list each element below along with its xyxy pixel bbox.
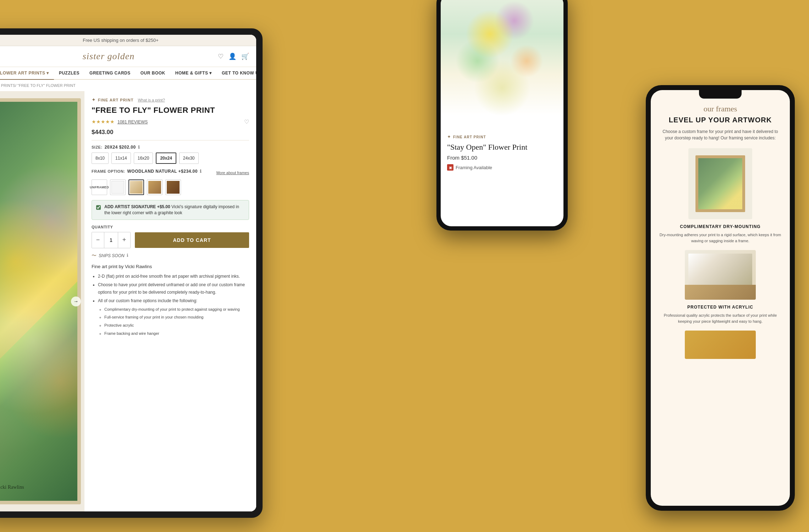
reviews-row: ★★★★★ 1081 REVIEWS ♡ xyxy=(92,118,249,125)
quantity-label: QUANTITY xyxy=(92,225,249,229)
frame-selected-label: WOODLAND NATURAL +$234.00 xyxy=(127,169,198,174)
size-24x30[interactable]: 24x30 xyxy=(179,153,199,164)
star-rating: ★★★★★ xyxy=(92,119,115,125)
announcement-text: Free US shipping on orders of $250+ xyxy=(83,38,159,43)
announcement-bar: Free US shipping on orders of $250+ xyxy=(0,35,256,46)
review-count[interactable]: 1081 REVIEWS xyxy=(117,120,148,124)
more-frames-link[interactable]: More about frames xyxy=(216,171,249,175)
phone2-frame-art xyxy=(698,158,742,209)
print-badge-text: FINE ART PRINT xyxy=(98,98,133,102)
phone1-framing-text: Framing Available xyxy=(456,165,492,170)
signature-checkbox[interactable] xyxy=(96,205,101,210)
tablet-screen: Free US shipping on orders of $250+ 🔍 si… xyxy=(0,35,256,511)
desc-sub-2: Full-service framing of your print in yo… xyxy=(104,314,249,321)
phone1-screen: ✦ FINE ART PRINT "Stay Open" Flower Prin… xyxy=(441,0,563,226)
frame-info-icon[interactable]: ℹ xyxy=(200,169,202,174)
product-title: "FREE TO FLY" FLOWER PRINT xyxy=(92,106,249,115)
phone2-section2-desc: Professional quality acrylic protects th… xyxy=(659,312,781,324)
phone2-section2-title: PROTECTED WITH ACRYLIC xyxy=(687,305,753,310)
phone2-section1-title: COMPLIMENTARY DRY-MOUNTING xyxy=(680,224,760,229)
cart-icon[interactable]: 🛒 xyxy=(241,52,249,60)
quantity-decrease-button[interactable]: − xyxy=(92,232,104,248)
product-desc-intro: Fine art print by Vicki Rawlins xyxy=(92,264,249,269)
tablet-device: Free US shipping on orders of $250+ 🔍 si… xyxy=(0,28,263,518)
flower-overlay xyxy=(0,102,77,501)
size-selected-label: 20X24 $202.00 xyxy=(105,145,136,150)
product-image-frame: Vicki Rawlins xyxy=(0,98,81,504)
account-icon[interactable]: 👤 xyxy=(229,52,236,60)
desc-sub-3: Protective acrylic xyxy=(104,322,249,329)
desc-sub-4: Frame backing and wire hanger xyxy=(104,330,249,337)
phone1-badge-icon: ✦ xyxy=(447,134,451,140)
size-11x14[interactable]: 11x14 xyxy=(111,153,131,164)
breadcrumb: ART PRINTS/ "FREE TO FLY" FLOWER PRINT xyxy=(0,80,256,91)
phone2-script-heading: our frames xyxy=(704,104,737,113)
desc-bullet-3: All of our custom frame options include … xyxy=(98,297,249,337)
size-options: 8x10 11x14 16x20 20x24 24x30 xyxy=(92,153,249,164)
frame-dark-wood[interactable] xyxy=(165,179,181,195)
frame-options: UNFRAMED xyxy=(92,179,249,195)
size-info-icon[interactable]: ℹ xyxy=(138,145,140,150)
size-16x20[interactable]: 16x20 xyxy=(134,153,153,164)
nav-get-to-know[interactable]: GET TO KNOW US ▾ xyxy=(217,67,256,80)
wishlist-header-icon[interactable]: ♡ xyxy=(218,52,224,60)
ships-soon-text: ShIPS SOON xyxy=(99,253,125,258)
quantity-stepper: − 1 + xyxy=(92,232,131,248)
ships-info-icon[interactable]: ℹ xyxy=(127,253,128,258)
product-desc-sublist: Complimentary dry-mounting of your print… xyxy=(98,306,249,337)
phone2-image3 xyxy=(685,331,756,359)
product-image-area: Vicki Rawlins → xyxy=(0,91,84,511)
phone1-content: ✦ FINE ART PRINT "Stay Open" Flower Prin… xyxy=(441,128,563,226)
phone1-flowers-overlay xyxy=(441,0,563,128)
phone2-frame-image xyxy=(688,148,752,219)
nav-our-book[interactable]: OUR BOOK xyxy=(136,67,170,80)
wishlist-icon[interactable]: ♡ xyxy=(244,118,249,125)
phone1-framing-row: ▣ Framing Available xyxy=(447,164,557,171)
product-details: ✦ FINE ART PRINT What is a print? "FREE … xyxy=(84,91,256,511)
product-layout: Vicki Rawlins → ✦ FINE ART PRINT What is… xyxy=(0,91,256,511)
phone1-product-price: From $51.00 xyxy=(447,155,557,161)
frame-white[interactable] xyxy=(110,179,126,195)
product-image-inner: Vicki Rawlins xyxy=(0,102,77,501)
phone2-main-heading: LEVEL UP YOUR ARTWORK xyxy=(669,116,772,124)
signature-checkbox-row: ADD ARTIST SIGNATURE +$5.00 Vicki's sign… xyxy=(92,200,249,220)
nav-puzzles[interactable]: PUZZLES xyxy=(54,67,84,80)
phone1-product-image xyxy=(441,0,563,128)
nav-flower-prints[interactable]: FLOWER ART PRINTS ▾ xyxy=(0,67,54,80)
signature-text: ADD ARTIST SIGNATURE +$5.00 Vicki's sign… xyxy=(104,204,244,216)
frame-light-wood[interactable] xyxy=(128,179,144,195)
desc-bullet-1: 2-D (flat) print on acid-free smooth fin… xyxy=(98,273,249,280)
frame-unframed[interactable]: UNFRAMED xyxy=(92,179,107,195)
desc-bullet-2: Choose to have your print delivered unfr… xyxy=(98,281,249,296)
size-20x24[interactable]: 20x24 xyxy=(156,153,176,164)
phone1-device: ✦ FINE ART PRINT "Stay Open" Flower Prin… xyxy=(436,0,568,231)
phone2-notch xyxy=(699,90,742,99)
quantity-increase-button[interactable]: + xyxy=(118,232,130,248)
add-to-cart-button[interactable]: ADD TO CART xyxy=(135,232,249,248)
phone2-image2-stripe xyxy=(685,285,756,300)
phone1-product-title: "Stay Open" Flower Print xyxy=(447,143,557,152)
size-label: SIZE: 20X24 $202.00 ℹ xyxy=(92,145,249,150)
quantity-add-row: − 1 + ADD TO CART xyxy=(92,232,249,248)
nav-home-gifts[interactable]: HOME & GIFTS ▾ xyxy=(170,67,217,80)
nav-greeting-cards[interactable]: GREETING CARDS xyxy=(84,67,136,80)
phone2-section1-desc: Dry-mounting adheres your print to a rig… xyxy=(659,232,781,244)
nav-dropdown-icon: ▾ xyxy=(46,71,49,76)
next-image-arrow[interactable]: → xyxy=(71,297,81,306)
frame-label-row: FRAME OPTION: WOODLAND NATURAL +$234.00 … xyxy=(92,169,249,177)
site-header: 🔍 sister golden ♡ 👤 🛒 xyxy=(0,46,256,67)
phone2-frame-inner xyxy=(695,155,745,212)
ships-wave-icon: 〜 xyxy=(92,253,97,259)
nav-home-dropdown-icon: ▾ xyxy=(209,71,212,76)
ships-soon-row: 〜 ShIPS SOON ℹ xyxy=(92,253,249,259)
header-icons: ♡ 👤 🛒 xyxy=(218,52,249,60)
frame-medium-wood[interactable] xyxy=(147,179,163,195)
what-is-print-link[interactable]: What is a print? xyxy=(138,98,165,102)
site-logo[interactable]: sister golden xyxy=(83,51,135,62)
size-8x10[interactable]: 8x10 xyxy=(92,153,109,164)
phone2-device: our frames LEVEL UP YOUR ARTWORK Choose … xyxy=(646,85,795,511)
phone1-badge-row: ✦ FINE ART PRINT xyxy=(447,134,557,140)
quantity-value: 1 xyxy=(104,232,118,248)
phone2-screen: our frames LEVEL UP YOUR ARTWORK Choose … xyxy=(651,90,790,506)
phone2-image2 xyxy=(685,250,756,300)
